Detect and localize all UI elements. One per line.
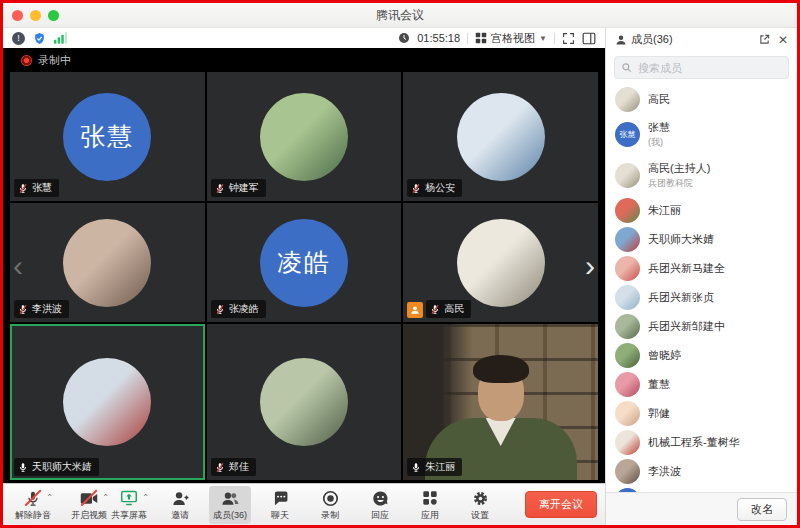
- member-list-item[interactable]: 高民: [606, 85, 797, 114]
- member-list-item[interactable]: 高民(主持人)兵团教科院: [606, 155, 797, 196]
- members-button[interactable]: 成员(36): [209, 486, 251, 524]
- member-avatar: [615, 430, 640, 455]
- member-avatar: [615, 372, 640, 397]
- participant-name: 天职师大米婧: [32, 460, 92, 474]
- clock-icon: [398, 32, 410, 44]
- video-tile-5[interactable]: 高民: [403, 203, 598, 322]
- apps-button[interactable]: 应用: [409, 486, 451, 524]
- video-tile-6[interactable]: 天职师大米婧: [10, 324, 205, 480]
- member-avatar: [615, 459, 640, 484]
- start-video-button[interactable]: ⌃ 开启视频: [67, 486, 111, 524]
- member-name: 张慧: [648, 120, 670, 135]
- member-name: 机械工程系-董树华: [648, 435, 740, 450]
- meeting-timer: 01:55:18: [417, 32, 460, 44]
- video-grid-area: 录制中 张慧张慧钟建军杨公安李洪波凌皓张凌皓高民天职师大米婧郑佳朱江丽 ‹ ›: [3, 48, 605, 483]
- share-screen-button[interactable]: ⌃ 共享屏幕: [107, 486, 151, 524]
- invite-button[interactable]: 邀请: [159, 486, 201, 524]
- chat-button[interactable]: 聊天: [259, 486, 301, 524]
- member-list-item[interactable]: 曾晓婷: [606, 341, 797, 370]
- member-subtitle: 兵团教科院: [648, 177, 710, 190]
- member-list-item[interactable]: 李洪波: [606, 457, 797, 486]
- participant-nameplate: 朱江丽: [407, 458, 462, 476]
- mic-muted-icon: [215, 462, 225, 473]
- member-list[interactable]: 高民张慧张慧(我)高民(主持人)兵团教科院朱江丽天职师大米婧兵团兴新马建全兵团兴…: [606, 83, 797, 492]
- divider: [554, 33, 555, 44]
- member-list-item[interactable]: 郭健: [606, 399, 797, 428]
- member-subtitle: (我): [648, 136, 670, 149]
- grid-view-icon: [475, 32, 487, 44]
- search-icon: [621, 62, 632, 73]
- video-tile-7[interactable]: 郑佳: [207, 324, 402, 480]
- record-icon: [322, 490, 339, 507]
- reactions-button[interactable]: 回应: [359, 486, 401, 524]
- member-name: 李洪波: [648, 464, 681, 479]
- leave-meeting-button[interactable]: 离开会议: [525, 491, 597, 518]
- person-icon: [615, 34, 627, 46]
- unmute-button[interactable]: ⌃ 解除静音: [11, 486, 55, 524]
- chat-bubble-icon: [272, 490, 289, 506]
- next-page-arrow[interactable]: ›: [585, 251, 595, 281]
- member-search[interactable]: [614, 56, 789, 79]
- member-list-item[interactable]: 兵团兴新张贞: [606, 283, 797, 312]
- video-tile-3[interactable]: 李洪波: [10, 203, 205, 322]
- member-avatar: [615, 285, 640, 310]
- record-button[interactable]: 录制: [309, 486, 351, 524]
- participant-name: 张凌皓: [229, 302, 259, 316]
- video-tile-0[interactable]: 张慧张慧: [10, 72, 205, 201]
- side-panel-icon[interactable]: [582, 32, 596, 45]
- member-name: 朱江丽: [648, 203, 681, 218]
- member-list-item[interactable]: 兵团兴新邹建中: [606, 312, 797, 341]
- pop-out-icon[interactable]: [759, 34, 770, 45]
- mic-icon: [18, 462, 28, 473]
- zoom-window-button[interactable]: [48, 10, 59, 21]
- member-search-input[interactable]: [636, 61, 782, 75]
- mic-muted-icon: [215, 183, 225, 194]
- security-shield-icon[interactable]: [33, 32, 46, 45]
- member-avatar: [615, 401, 640, 426]
- settings-button[interactable]: 设置: [459, 486, 501, 524]
- member-list-item[interactable]: 机械工程系-董树华: [606, 428, 797, 457]
- participant-name: 朱江丽: [425, 460, 455, 474]
- member-list-item[interactable]: 兵团兴新马建全: [606, 254, 797, 283]
- recording-label: 录制中: [38, 53, 71, 68]
- participant-avatar: [457, 93, 545, 181]
- member-avatar: [615, 256, 640, 281]
- member-list-item[interactable]: 董慧: [606, 370, 797, 399]
- rename-button[interactable]: 改名: [737, 498, 787, 521]
- video-tile-1[interactable]: 钟建军: [207, 72, 402, 201]
- participant-nameplate: 钟建军: [211, 179, 266, 197]
- close-window-button[interactable]: [12, 10, 23, 21]
- member-avatar: [615, 227, 640, 252]
- view-mode-switch[interactable]: 宫格视图 ▼: [475, 31, 547, 46]
- member-name: 天职师大米婧: [648, 232, 714, 247]
- close-panel-icon[interactable]: ✕: [778, 34, 788, 46]
- member-list-item[interactable]: 朱江丽: [606, 196, 797, 225]
- participant-avatar: [260, 358, 348, 446]
- video-tile-8[interactable]: 朱江丽: [403, 324, 598, 480]
- live-video-feed: [403, 324, 598, 480]
- minimize-window-button[interactable]: [30, 10, 41, 21]
- member-list-item[interactable]: 张慧张慧(我): [606, 114, 797, 155]
- mic-muted-icon: [430, 304, 440, 315]
- share-screen-icon: [120, 490, 138, 506]
- window-title: 腾讯会议: [3, 7, 797, 24]
- video-tile-2[interactable]: 杨公安: [403, 72, 598, 201]
- reaction-smiley-icon: [372, 490, 389, 507]
- info-icon[interactable]: !: [12, 32, 25, 45]
- members-panel: 成员(36) ✕ 高民张慧张慧(我)高民(主持人)兵团教科院朱江丽天职师大米婧兵…: [605, 28, 797, 525]
- fullscreen-icon[interactable]: [562, 32, 575, 45]
- network-signal-icon[interactable]: [54, 32, 67, 44]
- participant-grid: 张慧张慧钟建军杨公安李洪波凌皓张凌皓高民天职师大米婧郑佳朱江丽: [10, 72, 598, 480]
- chevron-up-icon[interactable]: ⌃: [46, 494, 53, 502]
- previous-page-arrow[interactable]: ‹: [13, 251, 23, 281]
- member-name: 兵团兴新马建全: [648, 261, 725, 276]
- member-name: 董慧: [648, 377, 670, 392]
- chevron-up-icon[interactable]: ⌃: [142, 494, 149, 502]
- meeting-toolbar: ⌃ 解除静音 ⌃ 开启视频: [3, 483, 605, 525]
- member-list-item[interactable]: 天职师大米婧: [606, 225, 797, 254]
- video-tile-4[interactable]: 凌皓张凌皓: [207, 203, 402, 322]
- member-name: 郭健: [648, 406, 670, 421]
- participant-avatar: [260, 93, 348, 181]
- meeting-window: 腾讯会议 ! 01:55:18: [0, 0, 800, 528]
- member-avatar: 张慧: [615, 122, 640, 147]
